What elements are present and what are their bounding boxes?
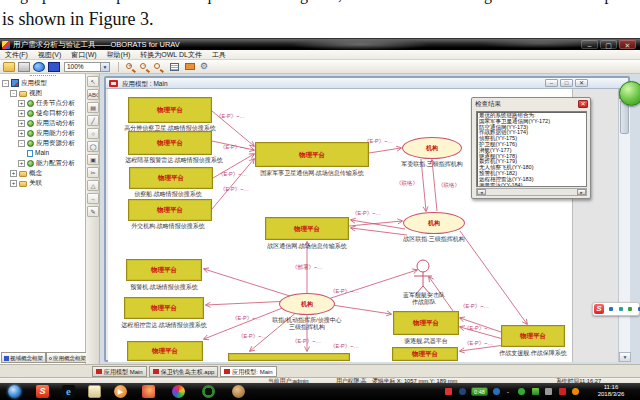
check-close-icon[interactable]: ✕ (578, 100, 588, 108)
battery-indicator[interactable]: 0:48 (471, 387, 488, 396)
diagram-box[interactable] (228, 353, 350, 361)
start-button[interactable] (8, 385, 21, 398)
tray-collapse-icon[interactable]: - (507, 388, 512, 395)
sogou-input-bar[interactable]: S (592, 302, 640, 316)
expand-toggle-icon[interactable]: + (10, 180, 17, 187)
globe-icon[interactable] (33, 62, 45, 72)
tray-sogou-icon[interactable] (445, 388, 452, 395)
panel-grip[interactable] (30, 75, 56, 77)
diagram-box[interactable]: 物理平台 (255, 142, 369, 167)
menu-item-4[interactable]: 转换为OWL DL文件 (135, 50, 207, 60)
tree-item[interactable]: +应用活动分析 (0, 118, 86, 128)
print-icon[interactable] (18, 62, 30, 72)
gear-icon[interactable]: ⚙ (200, 61, 208, 71)
expand-toggle-icon[interactable]: - (2, 80, 9, 87)
tab-app-concept-frame[interactable]: 应用概念框架 (46, 352, 89, 363)
scroll-right-icon[interactable]: ► (577, 189, 586, 195)
menu-item-0[interactable]: 文件(F) (0, 50, 33, 60)
expand-toggle-icon[interactable]: + (18, 120, 25, 127)
mail-icon[interactable] (185, 63, 195, 70)
tray-flag-icon[interactable] (559, 388, 566, 395)
expand-toggle-icon[interactable]: + (10, 170, 17, 177)
taskbar-clock[interactable]: 11:16 2018/3/26 (586, 384, 636, 398)
line-tool-icon[interactable]: ╱ (87, 115, 99, 126)
tree-item[interactable]: +应用能力分析 (0, 128, 86, 138)
taskbar-wreath-icon[interactable] (202, 385, 215, 398)
child-close-button[interactable]: ✕ (575, 79, 588, 87)
diagram-box[interactable]: 物理平台 (128, 97, 212, 123)
taskbar-sogou-icon[interactable]: S (36, 385, 49, 398)
circle-tool-icon[interactable]: ○ (87, 128, 99, 139)
check-horizontal-scrollbar[interactable]: ◄ ► (476, 188, 587, 196)
zoom-out-icon[interactable]: - (140, 63, 146, 69)
child-minimize-button[interactable]: – (545, 79, 558, 87)
abc-tool-icon[interactable]: ABC (87, 89, 99, 100)
diagram-box[interactable]: 物理平台 (128, 131, 212, 155)
tree-item[interactable]: +关联 (0, 178, 86, 188)
pencil-tool-icon[interactable]: ✎ (87, 206, 99, 217)
tray-update-icon[interactable] (572, 388, 579, 395)
diagram-ellipse[interactable]: 机构 (402, 137, 462, 159)
ellipse-tool-icon[interactable]: ◯ (87, 141, 99, 152)
rect-tool-icon[interactable]: ▣ (87, 154, 99, 165)
tray-shield-icon[interactable] (532, 388, 539, 395)
assistant-ball-icon[interactable] (619, 81, 640, 106)
note-tool-icon[interactable]: ▤ (87, 102, 99, 113)
sogou-punct-icon[interactable] (619, 307, 623, 311)
menu-item-5[interactable]: 工具 (207, 50, 231, 60)
maximize-button[interactable]: ▢ (600, 40, 617, 49)
close-button[interactable]: ✕ (619, 40, 636, 49)
diagram-box[interactable]: 物理平台 (126, 259, 202, 281)
sogou-emoji-icon[interactable] (628, 307, 632, 311)
taskbar-ball-icon[interactable] (232, 385, 245, 398)
scissors-tool-icon[interactable]: ✂ (87, 167, 99, 178)
menu-item-3[interactable]: 帮助(H) (102, 50, 136, 60)
open-folder-icon[interactable] (3, 62, 15, 72)
mdi-tab-1[interactable]: 保卫钓鱼岛主权.app (149, 366, 219, 377)
diagram-ellipse[interactable]: 机构 (279, 293, 335, 315)
save-icon[interactable] (48, 62, 60, 72)
check-result-list[interactable]: 最优的系统链路组合为:国家军事卫星通信网(YY-172)防空通信网(YY-173… (476, 111, 587, 187)
tree-item[interactable]: -应用资源分析 (0, 138, 86, 148)
taskbar-pinwheel-icon[interactable] (172, 385, 185, 398)
scroll-left-icon[interactable]: ◄ (477, 189, 486, 195)
menu-item-1[interactable]: 视图(V) (33, 50, 66, 60)
diagram-box[interactable]: 物理平台 (265, 217, 349, 240)
sogou-logo-icon[interactable]: S (594, 304, 604, 314)
diagram-box[interactable]: 物理平台 (124, 297, 204, 319)
tree-item[interactable]: -应用模型 (0, 78, 86, 88)
scroll-down-icon[interactable]: ▼ (619, 352, 631, 362)
tab-view-concept-frame[interactable]: 视域概念框架 (1, 352, 46, 363)
menu-item-2[interactable]: 窗口(W) (66, 50, 101, 60)
taskbar-player-icon[interactable]: ▶ (114, 385, 127, 398)
taskbar-browser-icon[interactable] (142, 385, 155, 398)
tree-item[interactable]: +概念 (0, 168, 86, 178)
vertical-scrollbar[interactable]: ▲ ▼ (618, 89, 630, 362)
tree-item[interactable]: +能力配置分析 (0, 158, 86, 168)
chevron-down-icon[interactable]: ▼ (100, 63, 109, 71)
anchor-tool-icon[interactable]: △ (87, 180, 99, 191)
expand-toggle-icon[interactable]: + (18, 100, 25, 107)
mdi-tab-2[interactable]: 应用模型: Main (220, 366, 276, 377)
minimize-button[interactable]: – (581, 40, 598, 49)
tree-item[interactable]: +任务节点分析 (0, 98, 86, 108)
diagram-box[interactable]: 物理平台 (501, 325, 565, 347)
sogou-mode-icon[interactable] (609, 307, 613, 311)
tree-item[interactable]: -视图 (0, 88, 86, 98)
tree-item[interactable]: Main (0, 148, 86, 158)
diagram-ellipse[interactable]: 机构 (403, 212, 465, 234)
expand-toggle-icon[interactable]: - (18, 140, 25, 147)
grid-icon[interactable] (170, 63, 179, 71)
zoom-fit-icon[interactable] (154, 63, 160, 69)
taskbar-notepad-icon[interactable] (88, 385, 101, 398)
diagram-box[interactable]: 物理平台 (127, 341, 203, 361)
cursor-tool-icon[interactable]: ↖ (87, 76, 99, 87)
child-maximize-button[interactable]: □ (560, 79, 573, 87)
tree-item[interactable]: +使命目标分析 (0, 108, 86, 118)
expand-toggle-icon[interactable]: - (10, 90, 17, 97)
diagram-box[interactable]: 物理平台 (129, 167, 213, 189)
mdi-tab-0[interactable]: 应用模型 Main (92, 366, 147, 377)
expand-toggle-icon[interactable]: + (18, 110, 25, 117)
expand-toggle-icon[interactable]: + (18, 130, 25, 137)
arrow-tool-icon[interactable]: → (87, 193, 99, 204)
